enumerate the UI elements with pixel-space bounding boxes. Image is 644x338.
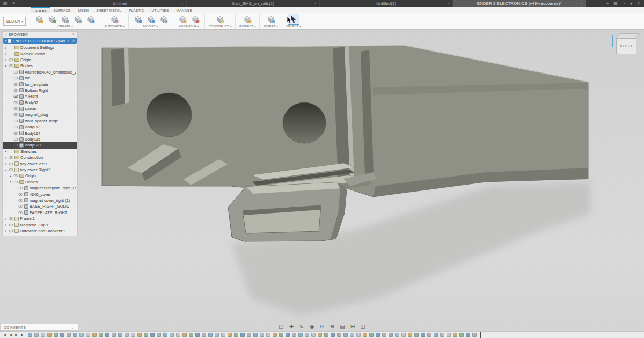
go-to-start-icon[interactable]: ◀ (2, 333, 7, 336)
ribbon-tab-solid[interactable]: SOLID (31, 7, 50, 13)
tree-item-named-views[interactable]: ▸Named Views (3, 50, 77, 56)
timeline-feature-icon[interactable] (324, 333, 328, 337)
app-grid-icon[interactable]: ▦ (3, 1, 8, 6)
timeline-feature-icon[interactable] (414, 333, 419, 337)
visibility-eye-icon[interactable] (18, 211, 23, 215)
timeline-feature-icon[interactable] (253, 333, 258, 337)
new-component-icon[interactable] (34, 14, 45, 24)
timeline-feature-icon[interactable] (47, 333, 52, 337)
tree-item-base-right-solid[interactable]: BASE_RIGHT_SOLID (3, 203, 77, 209)
tree-item-sketches[interactable]: ▸Sketches (3, 149, 77, 155)
expand-arrow-icon[interactable]: ▸ (4, 46, 8, 49)
visibility-eye-icon[interactable] (13, 107, 18, 111)
select-cursor-icon[interactable] (288, 14, 299, 24)
orbit-icon[interactable]: ↻ (298, 324, 305, 329)
visibility-eye-icon[interactable] (13, 131, 18, 135)
tree-item-bottom-right[interactable]: Bottom Right (3, 87, 77, 93)
visibility-eye-icon[interactable] (13, 180, 18, 184)
timeline-feature-icon[interactable] (144, 333, 148, 337)
expand-arrow-icon[interactable]: ▸ (4, 150, 8, 153)
visibility-eye-icon[interactable] (13, 143, 18, 147)
timeline-feature-icon[interactable] (112, 333, 116, 337)
visibility-eye-icon[interactable] (13, 89, 18, 92)
tree-item-construction[interactable]: ▸Construction (3, 155, 77, 160)
document-tab[interactable]: Untitled× (54, 0, 187, 7)
toolbar-group-label[interactable]: MODIFY▾ (133, 24, 169, 29)
design-workspace-dropdown[interactable]: DESIGN ▾ (3, 17, 26, 26)
ribbon-tab-sheet-metal[interactable]: SHEET METAL (92, 7, 125, 13)
shell-icon[interactable] (158, 14, 169, 24)
tree-item-frame-1[interactable]: ▸Frame:1 (3, 216, 77, 222)
new-component-assemble-icon[interactable] (177, 14, 188, 24)
timeline-feature-icon[interactable] (131, 333, 135, 337)
viewports-icon[interactable]: ◫ (360, 324, 366, 329)
grid-display-icon[interactable]: ⊞ (349, 324, 356, 329)
timeline-feature-icon[interactable] (67, 333, 71, 337)
toolbar-group-label[interactable]: INSPECT▾ (239, 24, 256, 29)
cylinder-icon[interactable] (72, 14, 83, 24)
timeline-feature-icon[interactable] (292, 333, 296, 337)
expand-arrow-icon[interactable]: ▾ (4, 64, 8, 68)
expand-arrow-icon[interactable]: ▸ (4, 156, 8, 159)
timeline-feature-icon[interactable] (421, 333, 425, 337)
visibility-eye-icon[interactable] (9, 162, 13, 166)
timeline-feature-icon[interactable] (389, 333, 393, 337)
data-panel-icon[interactable]: ≡ (13, 1, 16, 6)
timeline-feature-icon[interactable] (182, 333, 187, 337)
toolbar-group-label[interactable]: CONSTRUCT▾ (209, 24, 231, 29)
visibility-eye-icon[interactable] (13, 113, 18, 116)
timeline-track[interactable] (28, 332, 642, 338)
visibility-eye-icon[interactable] (9, 223, 13, 227)
activate-component-icon[interactable]: ◎ (72, 39, 75, 43)
tree-item-body115[interactable]: Body115 (3, 136, 77, 142)
timeline-feature-icon[interactable] (118, 333, 122, 337)
toolbar-group-label[interactable]: AUTOMATE▾ (104, 24, 124, 29)
comments-menu-icon[interactable]: ⋮ (71, 325, 75, 329)
tree-item-front-spacer-large[interactable]: front_spacer_large (3, 118, 77, 124)
ribbon-tab-utilities[interactable]: UTILITIES (148, 7, 172, 13)
timeline-feature-icon[interactable] (363, 333, 367, 337)
create-sketch-icon[interactable] (47, 14, 57, 24)
timeline-feature-icon[interactable] (305, 333, 309, 337)
tree-item-magnet-faceplate-right-r[interactable]: magnet faceplate_right (R) (3, 185, 77, 191)
timeline-feature-icon[interactable] (343, 333, 348, 337)
timeline-feature-icon[interactable] (176, 333, 180, 337)
timeline-feature-icon[interactable] (247, 333, 251, 337)
timeline-feature-icon[interactable] (86, 333, 90, 337)
tab-close-icon[interactable]: × (314, 2, 317, 6)
view-cube-front-face[interactable]: FRONT (616, 38, 636, 54)
visibility-eye-icon[interactable] (18, 199, 23, 202)
timeline-feature-icon[interactable] (54, 333, 58, 337)
add-document-icon[interactable]: + (606, 1, 609, 6)
visibility-eye-icon[interactable] (13, 174, 18, 178)
visibility-eye-icon[interactable] (13, 70, 18, 74)
timeline-feature-icon[interactable] (466, 333, 470, 337)
user-profile-icon[interactable]: ● (630, 1, 633, 6)
timeline-feature-icon[interactable] (150, 333, 155, 337)
timeline-feature-icon[interactable] (427, 333, 431, 337)
timeline-feature-icon[interactable] (34, 333, 39, 337)
ribbon-tab-manage[interactable]: MANAGE (173, 7, 196, 13)
tab-close-icon[interactable]: × (181, 2, 184, 6)
tree-item-document-settings[interactable]: ▸Document Settings (3, 45, 77, 50)
visibility-eye-icon[interactable] (18, 186, 23, 190)
tree-item-bay-cover-right-1[interactable]: ▾bay cover Right:1 (3, 167, 77, 173)
notifications-icon[interactable]: ◔ (623, 1, 625, 6)
timeline-feature-icon[interactable] (221, 333, 225, 337)
comments-bar[interactable]: COMMENTS ⋮ (0, 324, 78, 331)
timeline-feature-icon[interactable] (41, 333, 45, 337)
press-pull-icon[interactable] (133, 14, 143, 24)
timeline-feature-icon[interactable] (401, 333, 406, 337)
construct-plane-icon[interactable] (215, 14, 225, 24)
pan-icon[interactable]: ✚ (288, 324, 295, 329)
visibility-eye-icon[interactable] (9, 156, 13, 159)
tree-item-origin[interactable]: ▸Origin (3, 57, 77, 63)
timeline-feature-icon[interactable] (228, 333, 232, 337)
tree-item-fan[interactable]: fan (3, 75, 77, 81)
timeline-feature-icon[interactable] (137, 333, 142, 337)
expand-arrow-icon[interactable]: ▸ (4, 58, 8, 61)
timeline-feature-icon[interactable] (408, 333, 412, 337)
ribbon-tab-surface[interactable]: SURFACE (50, 7, 75, 13)
timeline-feature-icon[interactable] (79, 333, 84, 337)
timeline-feature-icon[interactable] (260, 333, 264, 337)
